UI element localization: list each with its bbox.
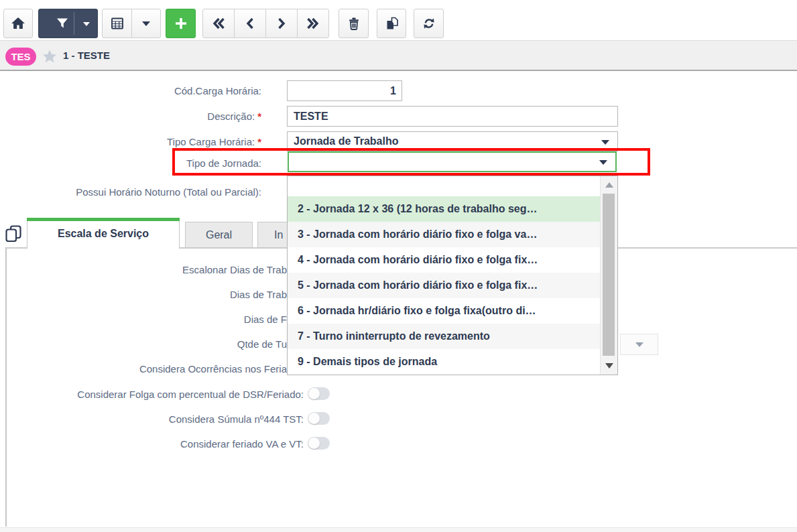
app-window: TES 1 - TESTE Cód.Carga Horária: 1 Descr… xyxy=(0,0,797,532)
toggle-label-feriado-va-vt: Considerar feriado VA e VT: xyxy=(0,438,304,450)
double-chevron-right-icon xyxy=(304,15,322,32)
duplicate-pages-icon[interactable] xyxy=(5,224,22,242)
field-label-tipo-carga-horaria: Tipo Carga Horária:* xyxy=(0,136,261,148)
breadcrumb-bar: TES 1 - TESTE xyxy=(0,40,797,71)
descricao-input[interactable]: TESTE xyxy=(287,106,618,127)
field-label-dias-de-trabalho: Dias de Trab xyxy=(0,289,287,301)
filter-button[interactable] xyxy=(38,9,98,38)
horizontal-scrollbar-track[interactable] xyxy=(0,527,797,532)
required-asterisk: * xyxy=(257,136,261,147)
chevron-down-icon xyxy=(142,21,150,26)
dropdown-option-2[interactable]: 2 - Jornada 12 x 36 (12 horas de trabalh… xyxy=(288,196,617,222)
active-tab-indicator xyxy=(27,218,180,221)
plus-icon xyxy=(173,15,189,31)
chevron-left-icon xyxy=(241,15,259,32)
next-record-button[interactable] xyxy=(265,9,298,38)
chevron-down-icon xyxy=(599,160,607,165)
scrollbar-thumb[interactable] xyxy=(603,194,615,356)
tipo-carga-horaria-select[interactable]: Jornada de Trabalho xyxy=(287,131,618,151)
toggle-knob xyxy=(308,438,320,449)
button-divider xyxy=(74,12,74,35)
copy-documents-icon xyxy=(384,16,399,31)
toggle-sumula-444[interactable] xyxy=(308,412,330,425)
toggle-label-sumula-444: Considera Súmula nº444 TST: xyxy=(0,413,304,425)
record-title: 1 - TESTE xyxy=(63,50,110,61)
dropdown-scrollbar[interactable] xyxy=(600,176,617,375)
double-chevron-left-icon xyxy=(210,15,227,32)
toggle-knob xyxy=(308,388,320,399)
field-label-possui-horario-noturno: Possui Horário Noturno (Total ou Parcial… xyxy=(0,186,261,198)
qtde-select[interactable] xyxy=(620,334,658,355)
table-view-button[interactable] xyxy=(102,9,132,38)
favorite-star-icon[interactable] xyxy=(42,48,58,64)
field-label-cod-carga-horaria: Cód.Carga Horária: xyxy=(0,85,261,97)
home-icon xyxy=(10,15,26,31)
tipo-de-jornada-select[interactable] xyxy=(288,151,617,172)
toggle-feriado-va-vt[interactable] xyxy=(308,437,330,450)
tipo-de-jornada-dropdown: 2 - Jornada 12 x 36 (12 horas de trabalh… xyxy=(287,176,618,375)
table-icon xyxy=(110,16,125,31)
filter-caret-icon[interactable] xyxy=(83,22,90,26)
dropdown-option-9[interactable]: 9 - Demais tipos de jornada xyxy=(288,349,617,375)
trash-icon xyxy=(347,16,361,31)
dropdown-option-5[interactable]: 5 - Jornada com horário diário fixo e fo… xyxy=(288,273,617,298)
delete-button[interactable] xyxy=(339,9,369,38)
refresh-button[interactable] xyxy=(414,9,444,38)
module-badge: TES xyxy=(5,48,36,66)
dropdown-option-3[interactable]: 3 - Jornada com horário diário fixo e fo… xyxy=(288,222,617,247)
chevron-right-icon xyxy=(273,15,290,32)
add-button[interactable] xyxy=(166,9,196,38)
field-label-descricao: Descrição:* xyxy=(0,111,261,123)
filter-icon xyxy=(55,16,70,31)
chevron-down-icon xyxy=(635,342,643,347)
dropdown-option-blank[interactable] xyxy=(288,176,617,196)
dropdown-option-6[interactable]: 6 - Jornada hr/diário fixo e folga fixa(… xyxy=(288,298,617,324)
toggle-folga-dsr[interactable] xyxy=(308,387,330,400)
toggle-label-folga-dsr: Considerar Folga com percentual de DSR/F… xyxy=(0,388,304,401)
field-label-considera-ocorrencias: Considera Ocorrências nos Feria xyxy=(0,363,287,375)
scroll-up-icon[interactable] xyxy=(605,182,613,188)
scroll-down-icon[interactable] xyxy=(605,363,613,369)
dropdown-option-7[interactable]: 7 - Turno ininterrupto de revezamento xyxy=(288,324,617,349)
copy-record-button[interactable] xyxy=(377,9,406,38)
table-view-caret-button[interactable] xyxy=(131,9,161,38)
last-record-button[interactable] xyxy=(297,9,329,38)
tab-escala-de-servico[interactable]: Escala de Serviço xyxy=(27,218,180,249)
field-label-dias-de-folga: Dias de F xyxy=(0,314,287,326)
field-label-escalonar-dias: Escalonar Dias de Trab xyxy=(0,264,287,276)
chevron-down-icon xyxy=(601,140,609,145)
cod-carga-horaria-input[interactable]: 1 xyxy=(287,80,402,101)
tab-geral[interactable]: Geral xyxy=(185,222,253,247)
field-label-tipo-de-jornada: Tipo de Jornada: xyxy=(0,157,261,170)
first-record-button[interactable] xyxy=(202,9,235,38)
field-label-qtde-de-turnos: Qtde de Tu xyxy=(0,338,287,350)
refresh-icon xyxy=(422,16,436,31)
previous-record-button[interactable] xyxy=(234,9,266,38)
dropdown-option-4[interactable]: 4 - Jornada com horário diário fixo e fo… xyxy=(288,247,617,273)
home-button[interactable] xyxy=(3,9,33,38)
required-asterisk: * xyxy=(257,111,261,122)
toggle-knob xyxy=(308,413,320,424)
